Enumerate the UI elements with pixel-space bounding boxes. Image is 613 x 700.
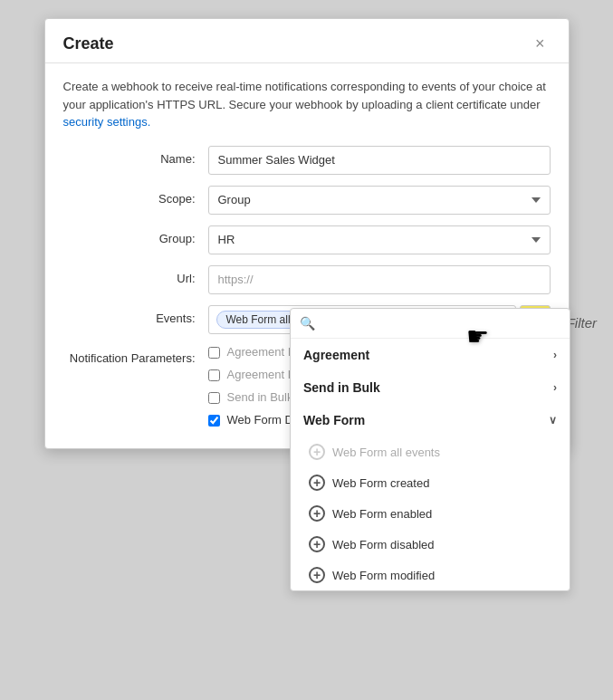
checkbox-agreement-pa[interactable] (208, 369, 220, 381)
category-send-in-bulk[interactable]: Send in Bulk › (291, 371, 570, 404)
plus-icon-enabled: + (309, 505, 325, 522)
scope-control: Group Account User (208, 186, 551, 215)
modal-header: Create × (45, 19, 569, 63)
event-tag-label: Web Form all... (226, 313, 300, 326)
dropdown-item-web-form-enabled[interactable]: + Web Form enabled (291, 498, 570, 529)
dropdown-item-label-modified: Web Form modified (332, 569, 435, 582)
group-select[interactable]: HR Finance Engineering (208, 225, 551, 254)
dropdown-item-web-form-modified[interactable]: + Web Form modified (291, 560, 570, 590)
filter-label: Filter (567, 315, 597, 331)
dropdown-list: Agreement › Send in Bulk › Web Form ∨ + … (291, 339, 570, 590)
events-dropdown: 🔍 Agreement › Send in Bulk › Web Form ∨ … (290, 308, 570, 591)
chevron-web-form-icon: ∨ (549, 414, 557, 427)
plus-icon-disabled: + (309, 536, 325, 552)
category-agreement-label: Agreement (303, 348, 369, 362)
modal-description: Create a webhook to receive real-time no… (63, 78, 551, 131)
scope-select[interactable]: Group Account User (208, 186, 551, 215)
events-label: Events: (63, 305, 208, 325)
scope-row: Scope: Group Account User (63, 186, 551, 215)
category-send-in-bulk-label: Send in Bulk (303, 380, 380, 395)
group-control: HR Finance Engineering (208, 225, 551, 254)
name-input[interactable] (208, 146, 551, 175)
url-control (208, 265, 551, 294)
dropdown-item-web-form-disabled[interactable]: + Web Form disabled (291, 529, 570, 560)
dropdown-item-web-form-all[interactable]: + Web Form all events (291, 436, 570, 467)
checkbox-agreement-inf[interactable] (208, 347, 220, 359)
url-input[interactable] (208, 265, 551, 294)
category-agreement[interactable]: Agreement › (291, 339, 570, 371)
search-input[interactable] (321, 317, 560, 331)
dropdown-item-label-all: Web Form all events (332, 446, 440, 459)
plus-icon-all: + (309, 444, 325, 460)
dropdown-item-label-enabled: Web Form enabled (332, 507, 432, 521)
name-label: Name: (63, 146, 208, 166)
url-label: Url: (63, 265, 208, 285)
group-label: Group: (63, 225, 208, 245)
security-settings-link[interactable]: security settings. (63, 115, 151, 129)
scope-label: Scope: (63, 186, 208, 206)
checkbox-web-form-do[interactable] (208, 415, 220, 427)
notification-label: Notification Parameters: (63, 345, 208, 365)
modal-title: Create (63, 34, 114, 53)
dropdown-item-label-created: Web Form created (332, 476, 429, 490)
close-button[interactable]: × (530, 34, 551, 53)
category-web-form-label: Web Form (303, 413, 365, 427)
plus-icon-modified: + (309, 567, 325, 583)
plus-icon-created: + (309, 475, 325, 491)
name-row: Name: (63, 146, 551, 175)
chevron-agreement-icon: › (553, 349, 557, 361)
name-control (208, 146, 551, 175)
search-box: 🔍 (291, 309, 570, 339)
chevron-send-in-bulk-icon: › (553, 381, 557, 394)
web-form-items: + Web Form all events + Web Form created… (291, 436, 570, 590)
url-row: Url: (63, 265, 551, 294)
search-icon: 🔍 (300, 316, 315, 331)
group-row: Group: HR Finance Engineering (63, 225, 551, 254)
dropdown-item-web-form-created[interactable]: + Web Form created (291, 467, 570, 498)
category-web-form[interactable]: Web Form ∨ (291, 404, 570, 436)
checkbox-send-in-bulk[interactable] (208, 392, 220, 404)
dropdown-item-label-disabled: Web Form disabled (332, 538, 434, 551)
